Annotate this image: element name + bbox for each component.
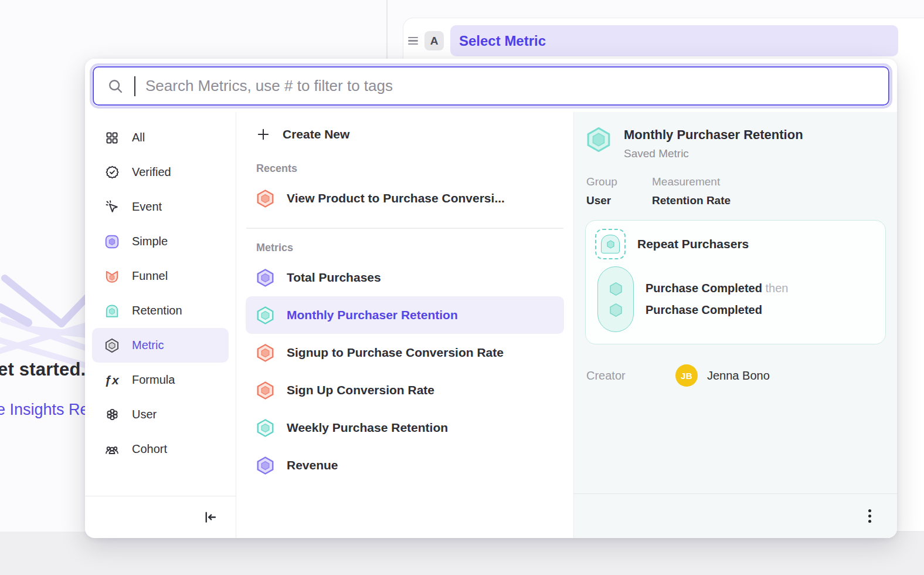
sidebar-item-label: Event xyxy=(132,200,162,214)
metric-item-total-purchases[interactable]: Total Purchases xyxy=(246,259,564,296)
sidebar-item-label: Cohort xyxy=(132,442,167,456)
step-event-name: Purchase Completed xyxy=(646,303,762,316)
metric-item-sign-up-conversion-rate[interactable]: Sign Up Conversion Rate xyxy=(246,371,564,409)
detail-subtitle: Saved Metric xyxy=(624,147,803,160)
sidebar-item-funnel[interactable]: Funnel xyxy=(92,259,229,293)
sidebar-item-label: Metric xyxy=(132,339,164,352)
sidebar-item-event[interactable]: Event xyxy=(92,190,229,224)
retention-hexagon-icon xyxy=(256,418,275,438)
definition-card: Repeat Purchasers xyxy=(585,220,886,344)
sidebar-item-label: Verified xyxy=(132,165,171,179)
sidebar-item-retention[interactable]: Retention xyxy=(92,293,229,328)
recent-item[interactable]: View Product to Purchase Conversi... xyxy=(246,180,564,217)
recents-header: Recents xyxy=(256,163,564,175)
step-connector: then xyxy=(766,282,789,295)
metric-detail-panel: Monthly Purchaser Retention Saved Metric… xyxy=(573,112,897,538)
metric-item-signup-to-purchase-conversion-rate[interactable]: Signup to Purchase Conversion Rate xyxy=(246,334,564,371)
sidebar-item-label: Retention xyxy=(132,304,182,317)
funnel-hexagon-icon xyxy=(256,343,275,363)
event-hexagon-icon xyxy=(608,302,624,318)
metric-item-label: Revenue xyxy=(287,458,338,472)
background-headline-fragment: et started. xyxy=(0,359,86,380)
list-divider xyxy=(246,228,563,229)
definition-step-1: Purchase Completed then xyxy=(646,282,788,295)
retention-metric-icon xyxy=(104,303,120,319)
retention-definition-icon xyxy=(595,229,626,259)
metric-item-label: Weekly Purchase Retention xyxy=(287,421,448,435)
sidebar-item-formula[interactable]: ƒx Formula xyxy=(92,363,229,397)
sidebar-item-label: Formula xyxy=(132,373,175,387)
event-hexagon-icon xyxy=(608,281,624,297)
background-link-fragment[interactable]: e Insights Re xyxy=(0,401,89,419)
creator-avatar: JB xyxy=(675,364,698,387)
series-a-badge: A xyxy=(424,31,444,50)
recent-item-label: View Product to Purchase Conversi... xyxy=(287,191,505,205)
step-event-name: Purchase Completed xyxy=(646,282,762,295)
verified-badge-icon xyxy=(104,165,120,180)
sidebar-item-user[interactable]: User xyxy=(92,397,229,432)
sidebar-item-label: Simple xyxy=(132,235,168,248)
search-input[interactable]: Search Metrics, use # to filter to tags xyxy=(93,66,889,106)
funnel-metric-icon xyxy=(104,269,120,284)
select-metric-pill[interactable]: Select Metric xyxy=(450,25,898,56)
simple-metric-icon xyxy=(104,234,120,249)
metric-item-label: Signup to Purchase Conversion Rate xyxy=(287,346,504,360)
definition-title: Repeat Purchasers xyxy=(637,237,749,251)
metric-item-weekly-purchase-retention[interactable]: Weekly Purchase Retention xyxy=(246,409,564,447)
event-sequence-capsule xyxy=(597,266,634,332)
definition-step-2: Purchase Completed xyxy=(646,303,788,317)
retention-hexagon-icon xyxy=(256,306,275,325)
user-cluster-icon xyxy=(104,407,120,422)
metric-item-label: Sign Up Conversion Rate xyxy=(287,383,434,397)
group-label: Group xyxy=(586,175,639,188)
background-bottom-strip xyxy=(0,532,924,575)
saved-metric-icon xyxy=(104,338,120,353)
metric-item-monthly-purchaser-retention[interactable]: Monthly Purchaser Retention xyxy=(246,296,564,334)
sidebar-item-simple[interactable]: Simple xyxy=(92,224,229,259)
creator-label: Creator xyxy=(586,369,675,383)
formula-icon: ƒx xyxy=(104,373,120,387)
metrics-header: Metrics xyxy=(256,242,564,254)
create-new-button[interactable]: Create New xyxy=(246,118,564,151)
metric-item-revenue[interactable]: Revenue xyxy=(246,447,564,484)
funnel-hexagon-icon xyxy=(256,381,275,400)
simple-hexagon-icon xyxy=(256,268,275,288)
search-icon xyxy=(107,77,124,95)
event-cursor-icon xyxy=(104,199,120,214)
create-new-label: Create New xyxy=(283,127,349,141)
detail-footer xyxy=(574,493,897,538)
cohort-people-icon xyxy=(104,442,120,457)
type-sidebar: All Verified xyxy=(85,112,236,538)
metric-selector-modal: Search Metrics, use # to filter to tags … xyxy=(85,59,897,538)
group-value: User xyxy=(586,194,639,207)
more-options-icon[interactable] xyxy=(865,506,875,526)
sidebar-item-metric[interactable]: Metric xyxy=(92,328,229,363)
sidebar-item-all[interactable]: All xyxy=(92,120,229,155)
metric-list-column: Create New Recents View Product to Purch… xyxy=(236,112,573,538)
sidebar-item-label: All xyxy=(132,131,145,144)
funnel-hexagon-icon xyxy=(256,189,275,208)
metric-item-label: Total Purchases xyxy=(287,270,381,285)
text-caret xyxy=(134,76,135,96)
sidebar-item-label: Funnel xyxy=(132,269,168,283)
sidebar-footer xyxy=(85,496,236,538)
sidebar-item-label: User xyxy=(132,408,157,421)
drag-handle-icon[interactable] xyxy=(408,37,418,45)
measurement-value: Retention Rate xyxy=(652,194,731,207)
retention-hexagon-icon-large xyxy=(585,126,612,153)
creator-row: Creator JB Jenna Bono xyxy=(585,364,886,387)
grid-all-icon xyxy=(104,131,120,145)
sidebar-item-verified[interactable]: Verified xyxy=(92,155,229,190)
search-area: Search Metrics, use # to filter to tags xyxy=(85,59,897,112)
detail-title: Monthly Purchaser Retention xyxy=(624,127,803,143)
collapse-sidebar-icon[interactable] xyxy=(202,509,218,525)
search-placeholder: Search Metrics, use # to filter to tags xyxy=(145,77,393,95)
measurement-label: Measurement xyxy=(652,175,731,188)
detail-meta: Group User Measurement Retention Rate xyxy=(585,175,886,207)
sidebar-item-cohort[interactable]: Cohort xyxy=(92,432,229,466)
plus-icon xyxy=(256,127,271,142)
creator-name: Jenna Bono xyxy=(707,369,770,383)
metric-item-label: Monthly Purchaser Retention xyxy=(287,308,458,322)
simple-hexagon-icon xyxy=(256,456,275,475)
metric-row-header: A Select Metric xyxy=(403,18,924,56)
